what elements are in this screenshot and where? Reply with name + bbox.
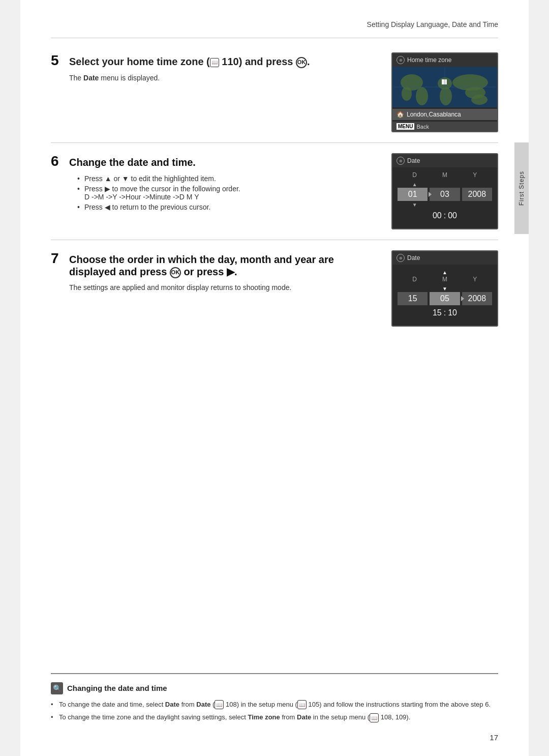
date6-body: D M Y ▲ 01 03 <box>392 167 497 224</box>
date7-values: 15 05 2008 <box>398 292 492 305</box>
note-bullet-2: To change the time zone and the daylight… <box>51 712 498 722</box>
date6-time: 00 : 00 <box>398 211 492 220</box>
date6-header: ⊕ Date <box>392 154 497 167</box>
htz-header-label: Home time zone <box>407 56 451 64</box>
date7-col-d: D <box>400 276 430 283</box>
date7-col-m: M <box>430 276 460 283</box>
page-header: Setting Display Language, Date and Time <box>51 20 498 38</box>
step-7-section: 7 Choose the order in which the day, mon… <box>51 250 498 327</box>
date7-val-m: 05 <box>430 292 460 305</box>
divider-6-7 <box>51 240 498 240</box>
date6-time-h: 00 <box>433 211 442 220</box>
htz-location-text: London,Casablanca <box>407 111 493 118</box>
step-5-title-row: 5 Select your home time zone (📖 110) and… <box>51 52 377 69</box>
date7-val-y: 2008 <box>462 292 492 305</box>
svg-point-5 <box>440 87 452 105</box>
htz-map <box>392 67 497 107</box>
camera-ui-date6: ⊕ Date D M Y ▲ 01 <box>391 153 498 229</box>
page: First Steps Setting Display Language, Da… <box>20 0 529 756</box>
note-title: Changing the date and time <box>67 684 167 692</box>
date7-arrow-up-m: ▲ <box>430 270 460 275</box>
date7-clock-icon: ⊕ <box>396 254 405 262</box>
step-6-content: 6 Change the date and time. Press ▲ or ▼… <box>51 153 377 213</box>
step-6-bullet-3: Press ◀ to return to the previous cursor… <box>77 203 377 211</box>
step-5-description: The Date menu is displayed. <box>69 74 377 82</box>
date6-arrow-down-row: ▼ <box>398 201 492 208</box>
divider-5-6 <box>51 142 498 143</box>
step-6-section: 6 Change the date and time. Press ▲ or ▼… <box>51 153 498 229</box>
date7-body: ▲ D M Y ▼ 15 <box>392 265 497 322</box>
date7-time-h: 15 <box>433 308 442 317</box>
date6-val-d: 01 <box>398 188 428 201</box>
book-icon-note1a: 📖 <box>215 700 224 709</box>
step-7-title-row: 7 Choose the order in which the day, mon… <box>51 250 377 278</box>
htz-location-row: 🏠 London,Casablanca <box>392 109 497 120</box>
svg-point-3 <box>416 87 428 105</box>
svg-point-8 <box>471 95 487 105</box>
step-5-content: 5 Select your home time zone (📖 110) and… <box>51 52 377 86</box>
ok-icon-5: OK <box>296 57 307 68</box>
step-6-bullet-2: Press ▶ to move the cursor in the follow… <box>77 185 377 201</box>
date6-arrow-up-d: ▲ <box>400 182 430 187</box>
step-6-bullet-1: Press ▲ or ▼ to edit the highlighted ite… <box>77 175 377 183</box>
step-6-title: Change the date and time. <box>69 157 196 168</box>
home-icon: 🏠 <box>396 111 404 118</box>
page-number: 17 <box>490 733 498 742</box>
date6-time-sep: : <box>444 211 446 220</box>
step-5-title: Select your home time zone (📖 110) and p… <box>69 56 310 68</box>
date6-time-m: 00 <box>448 211 457 220</box>
step-5-number: 5 <box>51 52 65 69</box>
camera-ui-date7: ⊕ Date ▲ D M Y ▼ <box>391 250 498 327</box>
date6-col-m: M <box>430 171 460 179</box>
svg-point-2 <box>402 86 412 101</box>
date7-col-headers: D M Y <box>398 276 492 283</box>
date7-time: 15 : 10 <box>398 308 492 317</box>
ok-icon-7: OK <box>170 267 181 278</box>
date7-col-y: Y <box>460 276 490 283</box>
note-bullets: To change the date and time, select Date… <box>51 700 498 722</box>
menu-label: MENU <box>396 123 414 130</box>
header-title: Setting Display Language, Date and Time <box>367 20 498 28</box>
bottom-note-section: 🔍 Changing the date and time To change t… <box>51 673 498 725</box>
date6-val-m: 03 <box>430 188 460 201</box>
date6-clock-icon: ⊕ <box>396 157 405 165</box>
step-5-bold: Date <box>83 74 99 82</box>
book-icon-note2: 📖 <box>370 713 379 722</box>
date7-arrow-up-row: ▲ <box>398 269 492 276</box>
step-6-title-row: 6 Change the date and time. <box>51 153 377 169</box>
note-title-row: 🔍 Changing the date and time <box>51 682 498 694</box>
date7-header: ⊕ Date <box>392 251 497 265</box>
camera-ui-htz: ⊕ Home time zone <box>391 52 498 132</box>
date6-header-label: Date <box>407 157 420 164</box>
step-6-bullets: Press ▲ or ▼ to edit the highlighted ite… <box>77 175 377 211</box>
date7-header-label: Date <box>407 254 420 261</box>
svg-rect-9 <box>442 79 447 84</box>
htz-back: Back <box>416 124 429 130</box>
date6-values: 01 03 2008 <box>398 188 492 201</box>
date7-arrow-down-row: ▼ <box>398 285 492 292</box>
date7-val-d: 15 <box>398 292 428 305</box>
date6-col-d: D <box>400 171 430 179</box>
note-bullet-1: To change the date and time, select Date… <box>51 700 498 710</box>
step-6-number: 6 <box>51 153 65 169</box>
date7-time-sep: : <box>444 308 446 317</box>
note-icon: 🔍 <box>51 682 63 694</box>
htz-header: ⊕ Home time zone <box>392 53 497 67</box>
book-icon-5: 📖 <box>210 58 219 67</box>
side-tab: First Steps <box>514 142 529 234</box>
htz-map-svg <box>394 68 496 106</box>
date6-val-y: 2008 <box>462 188 492 201</box>
step-7-title: Choose the order in which the day, month… <box>69 254 377 278</box>
date7-time-m: 10 <box>448 308 457 317</box>
step-5-section: 5 Select your home time zone (📖 110) and… <box>51 52 498 132</box>
book-icon-note1b: 📖 <box>297 700 307 709</box>
side-tab-label: First Steps <box>518 171 525 206</box>
step-7-description: The settings are applied and monitor dis… <box>69 283 377 292</box>
date7-arrow-down-m: ▼ <box>430 286 460 292</box>
date6-arrow-down-d: ▼ <box>400 202 430 208</box>
htz-footer: MENU Back <box>392 122 497 131</box>
date6-arrow-up-row: ▲ <box>398 181 492 188</box>
date6-col-headers: D M Y <box>398 171 492 179</box>
step-7-content: 7 Choose the order in which the day, mon… <box>51 250 377 296</box>
htz-clock-icon: ⊕ <box>396 56 405 64</box>
